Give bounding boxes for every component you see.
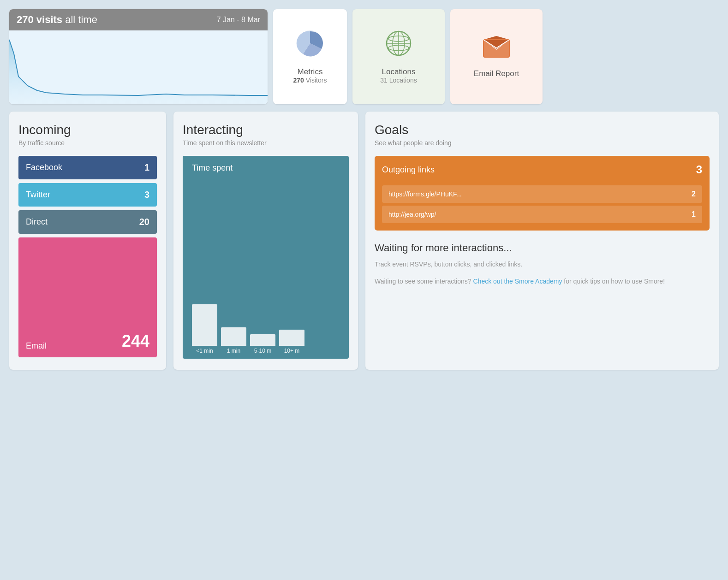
top-section: 270 visits all time 7 Jan - 8 Mar	[9, 9, 719, 104]
visits-all-time: all time	[62, 14, 97, 25]
time-bar-less1-rect	[192, 304, 217, 346]
visits-count: 270 visits	[17, 14, 62, 25]
link-url-2: http://jea.org/wp/	[388, 211, 436, 218]
locations-label: Locations	[382, 67, 416, 77]
twitter-count: 3	[144, 189, 149, 200]
outgoing-header: Outgoing links 3	[382, 163, 702, 176]
outgoing-count: 3	[696, 163, 702, 176]
goals-panel: Goals See what people are doing Outgoing…	[365, 112, 719, 370]
visits-title: 270 visits all time	[17, 14, 97, 26]
link-count-2: 1	[692, 210, 696, 219]
email-traffic-bar[interactable]: Email 244	[18, 237, 157, 357]
incoming-panel: Incoming By traffic source Facebook 1 Tw…	[9, 112, 166, 370]
time-bar-1min-label: 1 min	[227, 348, 240, 354]
globe-icon	[385, 30, 412, 63]
email-report-card[interactable]: Email Report	[450, 9, 543, 104]
visits-card[interactable]: 270 visits all time 7 Jan - 8 Mar	[9, 9, 268, 104]
waiting-text1: Track event RSVPs, button clicks, and cl…	[375, 260, 710, 269]
outgoing-label: Outgoing links	[382, 165, 435, 175]
visits-chart	[9, 30, 268, 104]
facebook-label: Facebook	[26, 163, 62, 172]
time-spent-chart: Time spent <1 min 1 min 5-10 m 10+ m	[183, 156, 349, 359]
waiting-section: Waiting for more interactions... Track e…	[375, 240, 710, 288]
interacting-title: Interacting	[183, 123, 349, 137]
direct-count: 20	[139, 217, 149, 227]
link-row-2[interactable]: http://jea.org/wp/ 1	[382, 206, 702, 223]
email-report-label: Email Report	[474, 69, 519, 78]
academy-link[interactable]: Check out the Smore Academy	[473, 278, 562, 285]
time-bar-1min-rect	[221, 327, 246, 346]
email-icon	[483, 35, 510, 65]
direct-label: Direct	[26, 217, 48, 227]
time-bar-1min: 1 min	[221, 327, 246, 354]
time-spent-label: Time spent	[192, 163, 233, 173]
link-row-1[interactable]: https://forms.gle/PHuKF... 2	[382, 185, 702, 203]
direct-bar[interactable]: Direct 20	[18, 210, 157, 234]
waiting-title: Waiting for more interactions...	[375, 242, 710, 255]
outgoing-links-card[interactable]: Outgoing links 3 https://forms.gle/PHuKF…	[375, 156, 710, 231]
time-bar-10plus-rect	[279, 330, 304, 346]
interacting-subtitle: Time spent on this newsletter	[183, 139, 349, 147]
twitter-bar[interactable]: Twitter 3	[18, 183, 157, 207]
incoming-title: Incoming	[18, 123, 157, 137]
email-traffic-count: 244	[122, 331, 149, 351]
locations-card[interactable]: Locations 31 Locations	[352, 9, 445, 104]
metrics-icon	[296, 30, 324, 63]
facebook-count: 1	[144, 162, 149, 173]
twitter-label: Twitter	[26, 190, 50, 200]
goals-subtitle: See what people are doing	[375, 139, 710, 147]
goals-title: Goals	[375, 123, 710, 137]
time-bars: <1 min 1 min 5-10 m 10+ m	[192, 304, 340, 354]
time-bar-10plus-label: 10+ m	[284, 348, 300, 354]
metrics-label: Metrics	[298, 67, 323, 77]
time-bar-less1: <1 min	[192, 304, 217, 354]
locations-count: 31 Locations	[380, 77, 417, 84]
time-bar-5to10-label: 5-10 m	[254, 348, 271, 354]
time-bar-5to10-rect	[250, 334, 275, 346]
waiting-text2-after: for quick tips on how to use Smore!	[562, 278, 665, 285]
metrics-card[interactable]: Metrics 270 Visitors	[273, 9, 347, 104]
waiting-text2-before: Waiting to see some interactions?	[375, 278, 473, 285]
time-bar-10plus: 10+ m	[279, 330, 304, 354]
facebook-bar[interactable]: Facebook 1	[18, 156, 157, 179]
time-bar-less1-label: <1 min	[196, 348, 213, 354]
metrics-visitors-text: Visitors	[304, 77, 327, 84]
metrics-visitors: 270 Visitors	[293, 77, 327, 84]
incoming-subtitle: By traffic source	[18, 139, 157, 147]
metrics-count: 270	[293, 77, 304, 84]
link-url-1: https://forms.gle/PHuKF...	[388, 190, 462, 198]
bottom-section: Incoming By traffic source Facebook 1 Tw…	[9, 112, 719, 370]
visits-date: 7 Jan - 8 Mar	[217, 16, 260, 24]
email-traffic-label: Email	[26, 341, 47, 351]
link-count-1: 2	[692, 190, 696, 198]
time-bar-5to10: 5-10 m	[250, 334, 275, 354]
waiting-text2: Waiting to see some interactions? Check …	[375, 277, 710, 286]
visits-header: 270 visits all time 7 Jan - 8 Mar	[9, 9, 268, 30]
interacting-panel: Interacting Time spent on this newslette…	[173, 112, 358, 370]
